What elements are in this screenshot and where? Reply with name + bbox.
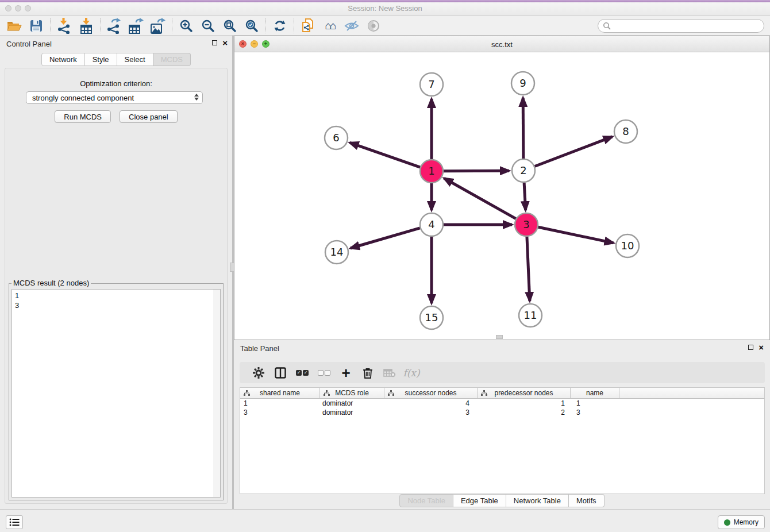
- graph-node-6[interactable]: 6: [325, 126, 348, 149]
- svg-text:4: 4: [428, 218, 434, 230]
- cell-predecessor-nodes[interactable]: 1: [478, 399, 571, 408]
- control-panel-tabs: Network Style Select MCDS: [0, 53, 232, 66]
- column-header-mcds-role[interactable]: MCDS role: [320, 388, 384, 398]
- control-panel-header: Control Panel ×: [0, 36, 232, 52]
- edge-3-1[interactable]: [444, 178, 516, 218]
- edge-4-14[interactable]: [351, 228, 420, 248]
- toolbar-separator: [265, 18, 266, 33]
- tab-motifs[interactable]: Motifs: [569, 494, 605, 507]
- import-table-icon: [79, 18, 93, 34]
- cell-successor-nodes[interactable]: 4: [384, 399, 478, 408]
- graph-node-3[interactable]: 3: [515, 213, 538, 236]
- network-window-titlebar[interactable]: × − + scc.txt: [234, 36, 769, 52]
- tab-mcds[interactable]: MCDS: [153, 53, 191, 66]
- graph-node-15[interactable]: 15: [420, 306, 443, 329]
- graph-node-1[interactable]: 1: [420, 160, 443, 183]
- svg-text:8: 8: [622, 125, 629, 137]
- float-table-panel-icon[interactable]: [748, 345, 753, 350]
- column-header-name[interactable]: name: [571, 388, 619, 398]
- edge-2-9[interactable]: [523, 98, 523, 159]
- delete-table-button[interactable]: [379, 364, 401, 381]
- function-builder-button[interactable]: f(x): [401, 364, 422, 381]
- cell-name[interactable]: 3: [571, 408, 619, 417]
- edge-2-8[interactable]: [535, 137, 613, 167]
- zoom-in-button[interactable]: [175, 17, 197, 34]
- zoom-out-button[interactable]: [197, 17, 219, 34]
- result-scrollbar[interactable]: [213, 290, 220, 497]
- show-all-button[interactable]: [363, 17, 384, 34]
- column-header-predecessor-nodes[interactable]: predecessor nodes: [478, 388, 571, 398]
- export-table-button[interactable]: [125, 17, 147, 34]
- column-header-shared-name[interactable]: shared name: [240, 388, 320, 398]
- close-panel-button[interactable]: Close panel: [120, 110, 178, 123]
- cell-name[interactable]: 1: [571, 399, 619, 408]
- cell-mcds-role[interactable]: dominator: [320, 408, 384, 417]
- search-input[interactable]: [614, 22, 759, 30]
- tab-edge-table[interactable]: Edge Table: [453, 494, 506, 507]
- criterion-dropdown[interactable]: strongly connected component: [26, 91, 203, 104]
- mcds-result-text[interactable]: 1 3: [11, 289, 221, 498]
- horizontal-scrollbar-thumb[interactable]: [496, 335, 503, 339]
- home-button[interactable]: ⌂⌂: [319, 17, 341, 34]
- table-tabs: Node Table Edge Table Network Table Moti…: [234, 494, 770, 507]
- svg-text:1: 1: [428, 165, 434, 177]
- control-panel-title: Control Panel: [6, 40, 52, 48]
- cell-mcds-role[interactable]: dominator: [320, 399, 384, 408]
- graph-node-14[interactable]: 14: [325, 241, 348, 264]
- network-canvas[interactable]: 7968124314101511: [234, 52, 769, 340]
- clone-network-button[interactable]: [297, 17, 319, 34]
- edge-1-6[interactable]: [350, 142, 421, 167]
- optimization-criterion-label: Optimization criterion:: [5, 79, 227, 88]
- apply-layout-button[interactable]: [269, 17, 291, 34]
- graph-node-4[interactable]: 4: [420, 213, 443, 236]
- add-button[interactable]: +: [335, 364, 357, 381]
- graph-node-9[interactable]: 9: [511, 72, 534, 95]
- export-network-button[interactable]: [103, 17, 125, 34]
- graph-node-10[interactable]: 10: [616, 234, 639, 257]
- edge-3-11[interactable]: [527, 237, 530, 301]
- edge-2-3[interactable]: [524, 183, 526, 210]
- deselect-all-button[interactable]: [313, 364, 335, 381]
- show-columns-button[interactable]: [270, 364, 291, 381]
- zoom-selected-button[interactable]: [241, 17, 263, 34]
- open-file-button[interactable]: [3, 17, 25, 34]
- edge-3-10[interactable]: [538, 227, 614, 243]
- delete-button[interactable]: [357, 364, 379, 381]
- tab-node-table[interactable]: Node Table: [399, 494, 453, 507]
- select-all-button[interactable]: ✓✓: [291, 364, 313, 381]
- column-header-successor-nodes[interactable]: successor nodes: [384, 388, 478, 398]
- graph-node-8[interactable]: 8: [614, 120, 637, 143]
- cell-shared-name[interactable]: 3: [240, 408, 320, 417]
- table-settings-button[interactable]: [248, 364, 270, 381]
- hide-selected-button[interactable]: [341, 17, 363, 34]
- task-history-button[interactable]: [6, 515, 23, 529]
- tree-icon: [388, 390, 394, 396]
- graph-node-11[interactable]: 11: [519, 304, 542, 327]
- memory-button[interactable]: Memory: [718, 515, 765, 529]
- zoom-fit-button[interactable]: [219, 17, 241, 34]
- tab-network-table[interactable]: Network Table: [506, 494, 569, 507]
- zoom-out-icon: [201, 19, 215, 33]
- tab-style[interactable]: Style: [85, 53, 117, 66]
- tab-network[interactable]: Network: [41, 53, 85, 66]
- statusbar: Memory: [0, 509, 770, 532]
- run-mcds-button[interactable]: Run MCDS: [55, 110, 111, 123]
- cell-predecessor-nodes[interactable]: 2: [478, 408, 571, 417]
- graph-node-7[interactable]: 7: [420, 73, 443, 96]
- edge-1-2[interactable]: [444, 171, 509, 171]
- memory-label: Memory: [734, 518, 759, 526]
- close-panel-icon[interactable]: ×: [222, 40, 228, 46]
- cell-shared-name[interactable]: 1: [240, 399, 320, 408]
- table-row[interactable]: 3 dominator 3 2 3: [240, 408, 764, 417]
- search-box[interactable]: [598, 19, 764, 33]
- close-table-panel-icon[interactable]: ×: [759, 344, 764, 350]
- float-panel-icon[interactable]: [212, 40, 217, 45]
- graph-node-2[interactable]: 2: [512, 159, 535, 182]
- tab-select[interactable]: Select: [117, 53, 153, 66]
- export-image-button[interactable]: [147, 17, 169, 34]
- save-session-button[interactable]: [25, 17, 47, 34]
- table-row[interactable]: 1 dominator 4 1 1: [240, 399, 764, 408]
- import-network-button[interactable]: [53, 17, 75, 34]
- cell-successor-nodes[interactable]: 3: [384, 408, 478, 417]
- import-table-button[interactable]: [75, 17, 97, 34]
